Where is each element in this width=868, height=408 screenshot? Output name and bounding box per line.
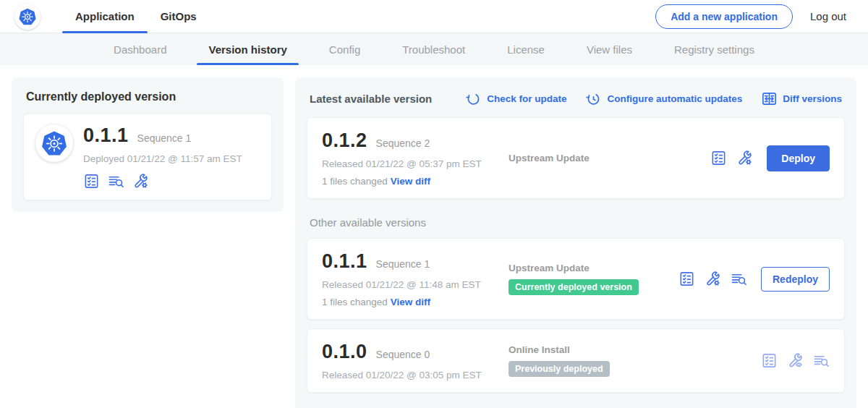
deployed-version-number: 0.1.1 (83, 124, 129, 147)
version-info: 0.1.1Sequence 1Released 01/21/22 @ 11:48… (322, 250, 509, 307)
diff-versions-link[interactable]: Diff versions (761, 90, 842, 107)
tab-dashboard[interactable]: Dashboard (102, 33, 178, 65)
sequence-label: Sequence 0 (376, 349, 430, 360)
version-card-actions: Deploy (710, 145, 830, 171)
deployed-sequence-label: Sequence 1 (137, 132, 192, 144)
deploy-button[interactable]: Deploy (767, 145, 830, 171)
version-number: 0.1.0 (322, 341, 367, 363)
logs-icon[interactable] (108, 173, 124, 190)
status-badge-currently-deployed-version: Currently deployed version (509, 279, 639, 295)
checklist-icon[interactable] (761, 352, 778, 369)
released-timestamp: Released 01/21/22 @ 05:37 pm EST (322, 158, 509, 169)
logs-icon[interactable] (731, 271, 747, 287)
deployed-version-body: 0.1.1 Sequence 1 Deployed 01/21/22 @ 11:… (83, 124, 242, 190)
latest-version-header: Latest available version Check for updat… (310, 90, 842, 107)
other-cards-list: 0.1.1Sequence 1Released 01/21/22 @ 11:48… (307, 238, 845, 393)
version-card-actions (761, 352, 830, 369)
deployed-version-card: 0.1.1 Sequence 1 Deployed 01/21/22 @ 11:… (23, 114, 272, 200)
files-changed-label: 1 files changed (322, 176, 388, 187)
released-timestamp: Released 01/20/22 @ 03:05 pm EST (322, 370, 509, 381)
version-card-0.1.1: 0.1.1Sequence 1Released 01/21/22 @ 11:48… (307, 238, 845, 320)
version-source: Upstream Update (509, 153, 710, 163)
tab-view-files[interactable]: View files (575, 33, 644, 65)
latest-card-slot: 0.1.2Sequence 2Released 01/21/22 @ 05:37… (307, 117, 845, 199)
version-history-panel: Latest available version Check for updat… (295, 77, 856, 408)
checklist-icon[interactable] (83, 173, 100, 190)
refresh-icon (465, 90, 482, 107)
version-source: Online InstallPreviously deployed (509, 344, 761, 377)
sequence-label: Sequence 1 (376, 258, 430, 270)
version-actions: Check for updateConfigure automatic upda… (465, 90, 842, 107)
config-gear-icon[interactable] (705, 271, 721, 287)
main-header: ApplicationGitOps Add a new application … (0, 0, 868, 33)
version-info: 0.1.2Sequence 2Released 01/21/22 @ 05:37… (322, 129, 509, 187)
version-source: Upstream UpdateCurrently deployed versio… (509, 263, 678, 295)
redeploy-button[interactable]: Redeploy (761, 267, 830, 292)
version-info: 0.1.0Sequence 0Released 01/20/22 @ 03:05… (322, 341, 509, 381)
files-changed-label: 1 files changed (322, 297, 388, 307)
check-for-update-link[interactable]: Check for update (465, 90, 566, 107)
current-version-title: Currently deployed version (26, 90, 269, 103)
other-versions-title: Other available versions (310, 216, 842, 229)
header-tabs: ApplicationGitOps (62, 0, 210, 33)
view-diff-link[interactable]: View diff (391, 176, 430, 187)
status-badge-previously-deployed: Previously deployed (509, 361, 610, 377)
logout-button[interactable]: Log out (810, 10, 846, 22)
tab-version-history[interactable]: Version history (197, 33, 298, 65)
version-number: 0.1.1 (322, 250, 367, 273)
app-logo-icon (35, 124, 73, 162)
version-card-0.1.0: 0.1.0Sequence 0Released 01/20/22 @ 03:05… (307, 328, 845, 393)
released-timestamp: Released 01/21/22 @ 11:48 am EST (322, 279, 509, 290)
schedule-icon (585, 90, 602, 107)
tab-config[interactable]: Config (318, 33, 372, 65)
config-eye-icon[interactable] (787, 352, 804, 369)
version-number: 0.1.2 (322, 129, 367, 152)
main-content: Currently deployed version 0.1.1 Sequenc… (0, 65, 868, 408)
config-gear-icon[interactable] (736, 150, 753, 166)
header-tab-application[interactable]: Application (62, 0, 148, 33)
config-gear-icon[interactable] (132, 173, 149, 190)
add-application-button[interactable]: Add a new application (655, 4, 793, 29)
logs-icon[interactable] (813, 352, 830, 369)
version-card-actions: Redeploy (678, 267, 830, 292)
kubernetes-logo-icon (14, 4, 41, 30)
version-card-0.1.2: 0.1.2Sequence 2Released 01/21/22 @ 05:37… (307, 117, 845, 199)
header-tab-gitops[interactable]: GitOps (148, 0, 210, 33)
files-changed: 1 files changedView diff (322, 297, 509, 307)
tab-license[interactable]: License (495, 33, 556, 65)
source-label: Online Install (509, 344, 761, 355)
tab-troubleshoot[interactable]: Troubleshoot (391, 33, 477, 65)
subnav-tabs: DashboardVersion historyConfigTroublesho… (0, 33, 868, 65)
checklist-icon[interactable] (710, 150, 727, 166)
sequence-label: Sequence 2 (376, 137, 430, 149)
view-diff-link[interactable]: View diff (391, 297, 430, 307)
deployed-timestamp: Deployed 01/21/22 @ 11:57 am EST (83, 153, 242, 164)
diff-versions-label: Diff versions (783, 93, 842, 104)
current-version-panel: Currently deployed version 0.1.1 Sequenc… (12, 77, 284, 212)
deployed-version-actions (83, 173, 242, 190)
source-label: Upstream Update (509, 153, 710, 163)
tab-registry-settings[interactable]: Registry settings (663, 33, 766, 65)
configure-automatic-updates-link[interactable]: Configure automatic updates (585, 90, 742, 107)
configure-automatic-updates-label: Configure automatic updates (607, 93, 742, 104)
latest-version-title: Latest available version (310, 93, 432, 105)
checklist-icon[interactable] (678, 271, 695, 287)
check-for-update-label: Check for update (487, 93, 566, 104)
source-label: Upstream Update (509, 263, 678, 273)
diff-icon (761, 90, 778, 107)
files-changed: 1 files changedView diff (322, 176, 509, 187)
